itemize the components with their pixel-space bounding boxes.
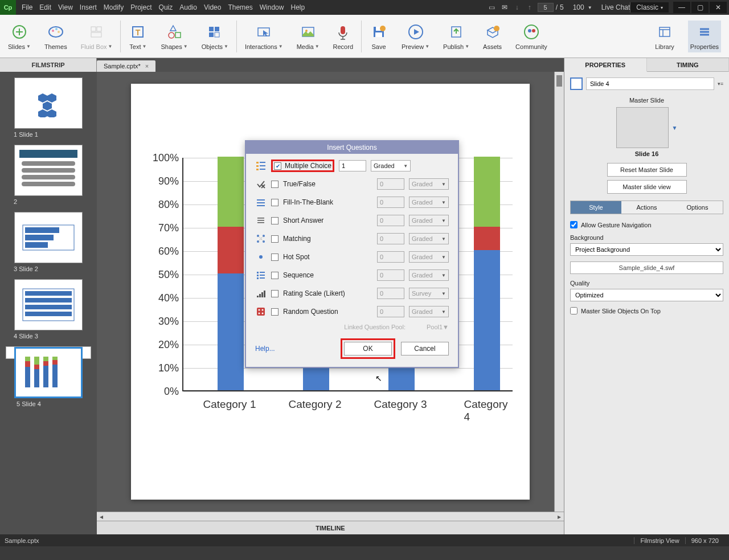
tab-properties[interactable]: PROPERTIES [564,58,647,72]
svg-rect-11 [175,32,181,38]
toolbar-media[interactable]: Media▼ [297,23,320,50]
background-select[interactable]: Project Background [570,243,723,256]
menu-audio[interactable]: Audio [179,3,197,11]
document-tab[interactable]: Sample.cptx* × [97,60,155,72]
menu-themes[interactable]: Themes [228,3,252,11]
toolbar-text[interactable]: T Text▼ [129,23,147,50]
y-tick: 20% [158,339,179,351]
menu-project[interactable]: Project [130,3,151,11]
cancel-button[interactable]: Cancel [401,342,449,355]
master-on-top-input[interactable] [570,307,578,314]
sa-checkbox[interactable] [271,217,279,224]
gesture-nav-input[interactable] [570,221,578,228]
download-icon[interactable]: ↓ [513,3,522,12]
toolbar-fluidbox[interactable]: Fluid Box▼ [81,23,113,50]
toolbar-assets[interactable]: Assets [483,23,502,50]
toolbar-interactions[interactable]: Interactions▼ [245,23,283,50]
subtab-actions[interactable]: Actions [621,201,672,214]
filmstrip-thumb-2[interactable]: 2 [6,145,91,205]
rq-checkbox[interactable] [271,308,279,316]
toolbar-publish-label: Publish [443,43,464,50]
mt-checkbox[interactable] [271,235,279,243]
toolbar-community[interactable]: Community [515,23,547,50]
svg-rect-84 [260,277,265,279]
master-view-button[interactable]: Master slide view [607,180,687,194]
toolbar-publish[interactable]: Publish▼ [443,23,469,50]
live-chat-link[interactable]: Live Chat [601,3,630,11]
subtab-options[interactable]: Options [672,201,723,214]
ok-button[interactable]: OK [344,342,392,355]
page-current-input[interactable] [538,3,554,12]
gesture-nav-checkbox[interactable]: Allow Gesture Navigation [570,221,723,228]
toolbar-library[interactable]: Library [655,23,674,50]
mc-count-input[interactable] [339,160,366,171]
sq-checkbox[interactable] [271,272,279,279]
y-tick: 60% [158,246,179,257]
scroll-left-icon[interactable]: ◂ [97,513,106,521]
hs-checkbox[interactable] [271,254,279,261]
workspace-switcher[interactable]: Classic ▾ [630,2,669,13]
toolbar-themes[interactable]: Themes [44,23,67,50]
filmstrip-thumb-1[interactable]: 1 Slide 1 [6,77,91,138]
id-icon[interactable]: ▭ [488,3,497,12]
tf-checkbox[interactable] [271,181,279,188]
toolbar-properties[interactable]: Properties [688,21,721,52]
tab-close-icon[interactable]: × [145,63,149,70]
menu-window[interactable]: Window [260,3,284,11]
master-slide-thumb[interactable] [616,107,669,148]
linked-pool-label: Linked Question Pool: [344,324,406,330]
menu-view[interactable]: View [58,3,73,11]
menu-edit[interactable]: Edit [39,3,51,11]
maximize-button[interactable]: ▢ [691,2,708,13]
slide-name-input[interactable] [586,77,714,90]
menu-quiz[interactable]: Quiz [159,3,173,11]
filmstrip-thumb-3[interactable]: 3 Slide 2 [6,212,91,272]
menu-insert[interactable]: Insert [80,3,97,11]
publish-icon [447,23,465,41]
svg-rect-6 [97,27,101,31]
filmstrip-thumb-5[interactable]: 5 Slide 4 [6,346,91,359]
vertical-scrollbar-thumb[interactable] [556,75,562,87]
mc-checkbox[interactable]: ✔ [274,162,281,170]
thumb-image [14,279,83,330]
tab-timing[interactable]: TIMING [647,58,730,72]
master-on-top-checkbox[interactable]: Master Slide Objects On Top [570,307,723,314]
close-button[interactable]: ✕ [710,2,727,13]
svg-point-1 [49,27,63,37]
scroll-right-icon[interactable]: ▸ [555,513,564,521]
toolbar-slides[interactable]: Slides▼ [8,23,31,50]
upload-icon[interactable]: ↑ [525,3,534,12]
help-link[interactable]: Help... [255,345,275,353]
menu-file[interactable]: File [22,3,32,11]
toolbar-shapes[interactable]: Shapes▼ [161,23,187,50]
text-icon: T [129,23,147,41]
sa-grade-select: Graded▼ [409,215,449,226]
menu-modify[interactable]: Modify [104,3,124,11]
svg-rect-19 [341,26,345,34]
svg-rect-64 [256,165,259,167]
reset-master-button[interactable]: Reset Master Slide [607,163,687,177]
fib-checkbox[interactable] [271,199,279,206]
toolbar-record[interactable]: Record [333,23,353,50]
timeline-header[interactable]: TIMELINE [97,521,564,534]
minimize-button[interactable]: — [673,2,690,13]
zoom-selector[interactable]: 100 ▼ [573,3,592,11]
rs-checkbox[interactable] [271,290,279,297]
quality-select[interactable]: Optimized [570,289,723,301]
filmstrip-thumb-4[interactable]: 4 Slide 3 [6,279,91,340]
gridline [183,391,513,392]
menu-video[interactable]: Video [204,3,221,11]
mc-grade-select[interactable]: Graded▼ [371,160,411,171]
subtab-style[interactable]: Style [571,201,621,214]
toolbar-save[interactable]: Save [370,23,388,50]
panel-menu-icon[interactable]: ▾≡ [718,81,723,87]
toolbar-objects[interactable]: Objects▼ [202,23,228,50]
chevron-down-icon[interactable]: ▼ [672,125,678,131]
toolbar-preview[interactable]: Preview▼ [402,23,429,50]
horizontal-scrollbar[interactable]: ◂ ▸ [97,512,564,521]
svg-rect-55 [34,357,39,365]
mail-icon[interactable]: ✉ [500,3,509,12]
svg-rect-49 [25,312,72,316]
workspace-label: Classic [636,3,658,11]
menu-help[interactable]: Help [290,3,305,11]
